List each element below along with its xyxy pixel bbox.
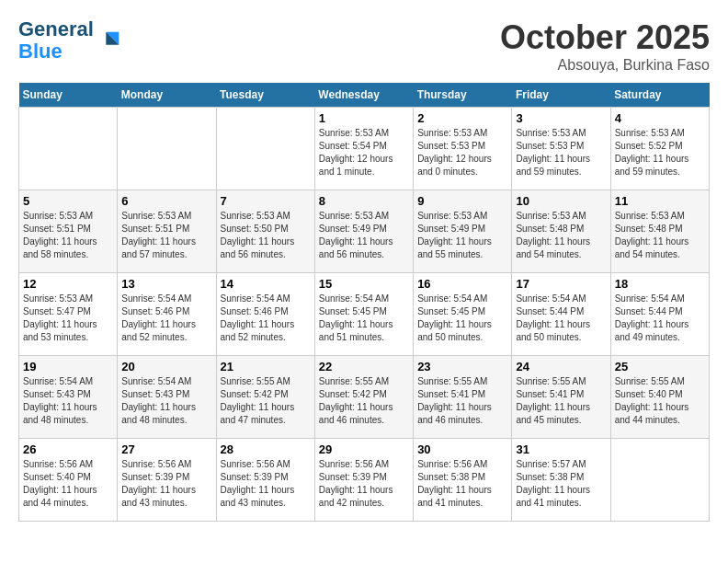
day-info: Sunrise: 5:53 AM Sunset: 5:51 PM Dayligh… (121, 210, 211, 261)
day-cell-16: 16Sunrise: 5:54 AM Sunset: 5:45 PM Dayli… (414, 273, 512, 356)
weekday-header-tuesday: Tuesday (216, 83, 314, 108)
day-info: Sunrise: 5:55 AM Sunset: 5:42 PM Dayligh… (319, 375, 409, 427)
day-info: Sunrise: 5:53 AM Sunset: 5:51 PM Dayligh… (23, 210, 113, 261)
day-cell-26: 26Sunrise: 5:56 AM Sunset: 5:40 PM Dayli… (19, 439, 118, 522)
day-info: Sunrise: 5:56 AM Sunset: 5:39 PM Dayligh… (121, 458, 211, 510)
title-block: October 2025 Absouya, Burkina Faso (500, 18, 710, 74)
day-number: 12 (23, 277, 113, 291)
week-row-2: 5Sunrise: 5:53 AM Sunset: 5:51 PM Daylig… (19, 190, 710, 273)
day-cell-7: 7Sunrise: 5:53 AM Sunset: 5:50 PM Daylig… (216, 190, 314, 273)
day-number: 27 (121, 442, 211, 456)
page-header: General Blue October 2025 Absouya, Burki… (18, 18, 710, 74)
day-number: 6 (121, 194, 211, 208)
day-info: Sunrise: 5:55 AM Sunset: 5:42 PM Dayligh… (221, 375, 311, 427)
day-info: Sunrise: 5:53 AM Sunset: 5:48 PM Dayligh… (615, 210, 705, 261)
day-info: Sunrise: 5:53 AM Sunset: 5:54 PM Dayligh… (319, 127, 409, 178)
day-info: Sunrise: 5:56 AM Sunset: 5:38 PM Dayligh… (417, 458, 507, 510)
day-number: 23 (417, 360, 507, 373)
day-cell-22: 22Sunrise: 5:55 AM Sunset: 5:42 PM Dayli… (314, 356, 413, 439)
day-number: 2 (417, 111, 507, 125)
empty-cell (216, 108, 314, 190)
day-info: Sunrise: 5:55 AM Sunset: 5:40 PM Dayligh… (615, 375, 705, 427)
day-cell-9: 9Sunrise: 5:53 AM Sunset: 5:49 PM Daylig… (414, 190, 512, 273)
day-cell-15: 15Sunrise: 5:54 AM Sunset: 5:45 PM Dayli… (314, 273, 413, 356)
empty-cell (19, 108, 118, 190)
day-number: 13 (121, 277, 211, 291)
day-cell-11: 11Sunrise: 5:53 AM Sunset: 5:48 PM Dayli… (610, 190, 709, 273)
day-info: Sunrise: 5:56 AM Sunset: 5:39 PM Dayligh… (319, 458, 409, 510)
day-number: 28 (221, 442, 311, 456)
weekday-header-friday: Friday (512, 83, 610, 108)
day-info: Sunrise: 5:53 AM Sunset: 5:53 PM Dayligh… (417, 127, 507, 178)
day-cell-18: 18Sunrise: 5:54 AM Sunset: 5:44 PM Dayli… (610, 273, 709, 356)
week-row-4: 19Sunrise: 5:54 AM Sunset: 5:43 PM Dayli… (19, 356, 710, 439)
week-row-3: 12Sunrise: 5:53 AM Sunset: 5:47 PM Dayli… (19, 273, 710, 356)
day-number: 3 (516, 111, 606, 125)
day-number: 15 (319, 277, 409, 291)
day-info: Sunrise: 5:53 AM Sunset: 5:49 PM Dayligh… (319, 210, 409, 261)
weekday-header-sunday: Sunday (19, 83, 118, 108)
day-cell-25: 25Sunrise: 5:55 AM Sunset: 5:40 PM Dayli… (610, 356, 709, 439)
page-subtitle: Absouya, Burkina Faso (500, 57, 710, 74)
day-info: Sunrise: 5:53 AM Sunset: 5:49 PM Dayligh… (417, 210, 507, 261)
day-info: Sunrise: 5:56 AM Sunset: 5:39 PM Dayligh… (221, 458, 311, 510)
logo-general: General (18, 17, 94, 40)
day-info: Sunrise: 5:53 AM Sunset: 5:50 PM Dayligh… (221, 210, 311, 261)
day-number: 31 (516, 442, 606, 456)
day-info: Sunrise: 5:55 AM Sunset: 5:41 PM Dayligh… (516, 375, 606, 427)
day-cell-28: 28Sunrise: 5:56 AM Sunset: 5:39 PM Dayli… (216, 439, 314, 522)
day-number: 1 (319, 111, 409, 125)
day-info: Sunrise: 5:54 AM Sunset: 5:43 PM Dayligh… (23, 375, 113, 427)
day-number: 8 (319, 194, 409, 208)
day-number: 10 (516, 194, 606, 208)
day-number: 5 (23, 194, 113, 208)
day-cell-19: 19Sunrise: 5:54 AM Sunset: 5:43 PM Dayli… (19, 356, 118, 439)
logo: General Blue (18, 18, 123, 63)
day-number: 7 (221, 194, 311, 208)
day-cell-23: 23Sunrise: 5:55 AM Sunset: 5:41 PM Dayli… (414, 356, 512, 439)
weekday-header-saturday: Saturday (610, 83, 709, 108)
weekday-header-wednesday: Wednesday (314, 83, 413, 108)
day-cell-2: 2Sunrise: 5:53 AM Sunset: 5:53 PM Daylig… (414, 108, 512, 190)
day-number: 25 (615, 360, 705, 373)
day-cell-29: 29Sunrise: 5:56 AM Sunset: 5:39 PM Dayli… (314, 439, 413, 522)
day-info: Sunrise: 5:54 AM Sunset: 5:44 PM Dayligh… (516, 293, 606, 344)
day-info: Sunrise: 5:55 AM Sunset: 5:41 PM Dayligh… (417, 375, 507, 427)
day-cell-17: 17Sunrise: 5:54 AM Sunset: 5:44 PM Dayli… (512, 273, 610, 356)
empty-cell (610, 439, 709, 522)
calendar-table: SundayMondayTuesdayWednesdayThursdayFrid… (18, 83, 710, 522)
day-info: Sunrise: 5:53 AM Sunset: 5:53 PM Dayligh… (516, 127, 606, 178)
day-number: 22 (319, 360, 409, 373)
day-info: Sunrise: 5:54 AM Sunset: 5:45 PM Dayligh… (319, 293, 409, 344)
day-cell-1: 1Sunrise: 5:53 AM Sunset: 5:54 PM Daylig… (314, 108, 413, 190)
logo-icon (97, 28, 123, 53)
day-info: Sunrise: 5:53 AM Sunset: 5:48 PM Dayligh… (516, 210, 606, 261)
day-info: Sunrise: 5:53 AM Sunset: 5:47 PM Dayligh… (23, 293, 113, 344)
day-cell-12: 12Sunrise: 5:53 AM Sunset: 5:47 PM Dayli… (19, 273, 118, 356)
day-cell-13: 13Sunrise: 5:54 AM Sunset: 5:46 PM Dayli… (118, 273, 216, 356)
weekday-header-row: SundayMondayTuesdayWednesdayThursdayFrid… (19, 83, 710, 108)
day-number: 26 (23, 442, 113, 456)
day-number: 11 (615, 194, 705, 208)
day-number: 9 (417, 194, 507, 208)
day-info: Sunrise: 5:56 AM Sunset: 5:40 PM Dayligh… (23, 458, 113, 510)
day-cell-14: 14Sunrise: 5:54 AM Sunset: 5:46 PM Dayli… (216, 273, 314, 356)
week-row-5: 26Sunrise: 5:56 AM Sunset: 5:40 PM Dayli… (19, 439, 710, 522)
day-number: 30 (417, 442, 507, 456)
day-info: Sunrise: 5:54 AM Sunset: 5:45 PM Dayligh… (417, 293, 507, 344)
weekday-header-thursday: Thursday (414, 83, 512, 108)
weekday-header-monday: Monday (118, 83, 216, 108)
day-cell-10: 10Sunrise: 5:53 AM Sunset: 5:48 PM Dayli… (512, 190, 610, 273)
day-number: 19 (23, 360, 113, 373)
day-info: Sunrise: 5:57 AM Sunset: 5:38 PM Dayligh… (516, 458, 606, 510)
day-cell-3: 3Sunrise: 5:53 AM Sunset: 5:53 PM Daylig… (512, 108, 610, 190)
day-cell-6: 6Sunrise: 5:53 AM Sunset: 5:51 PM Daylig… (118, 190, 216, 273)
day-number: 29 (319, 442, 409, 456)
day-cell-24: 24Sunrise: 5:55 AM Sunset: 5:41 PM Dayli… (512, 356, 610, 439)
logo-blue: Blue (18, 40, 63, 63)
day-info: Sunrise: 5:54 AM Sunset: 5:46 PM Dayligh… (221, 293, 311, 344)
day-info: Sunrise: 5:53 AM Sunset: 5:52 PM Dayligh… (615, 127, 705, 178)
day-info: Sunrise: 5:54 AM Sunset: 5:44 PM Dayligh… (615, 293, 705, 344)
day-cell-30: 30Sunrise: 5:56 AM Sunset: 5:38 PM Dayli… (414, 439, 512, 522)
day-info: Sunrise: 5:54 AM Sunset: 5:46 PM Dayligh… (121, 293, 211, 344)
